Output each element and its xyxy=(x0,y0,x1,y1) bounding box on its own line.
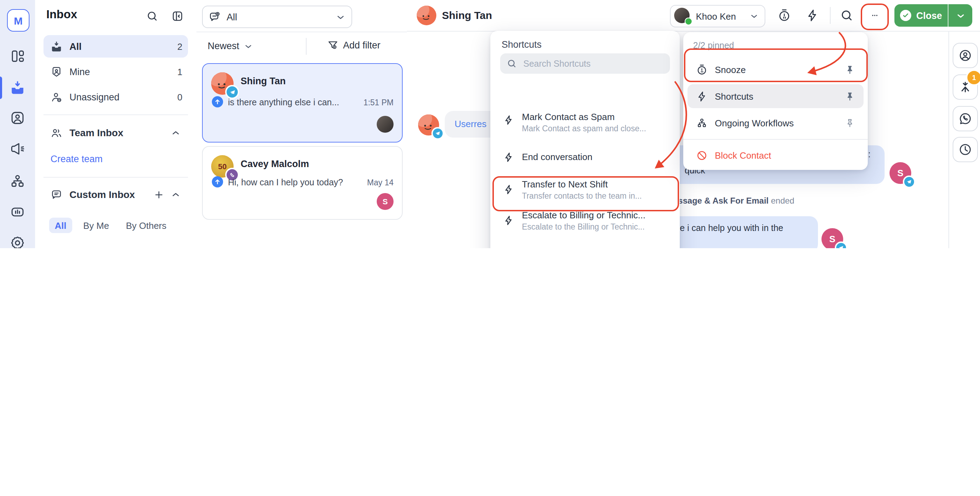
pin-filled-icon[interactable] xyxy=(845,64,855,75)
inbox-icon[interactable] xyxy=(10,80,25,96)
sidebar-item-label: Unassigned xyxy=(70,92,119,102)
contacts-icon[interactable] xyxy=(10,110,25,126)
settings-gear-icon[interactable] xyxy=(10,235,25,248)
shortcuts-search[interactable] xyxy=(500,53,670,74)
menu-item-ongoing-workflows[interactable]: Ongoing Workflows xyxy=(687,111,864,135)
divider xyxy=(683,139,868,140)
bolt-icon xyxy=(503,215,514,226)
sidebar-item-count: 2 xyxy=(178,41,182,52)
chevron-up-icon[interactable] xyxy=(170,128,181,138)
shortcuts-panel: Shortcuts Mark Contact as Spam Mark Cont… xyxy=(490,31,680,248)
pin-outline-icon[interactable] xyxy=(845,118,855,128)
shortcut-item-title-escalate[interactable]: Escalate to Billing or Technic... xyxy=(522,210,645,220)
team-people-icon xyxy=(51,127,62,139)
telegram-badge-icon xyxy=(431,127,444,140)
conversation-preview: is there anything else i can... xyxy=(228,97,347,107)
more-options-icon[interactable] xyxy=(868,12,882,19)
shortcut-item-title[interactable]: Transfer to Next Shift xyxy=(522,179,608,190)
snooze-timer-icon[interactable] xyxy=(777,8,791,22)
chevron-down-icon xyxy=(335,11,346,22)
conversation-item-shing-tan[interactable]: Shing Tan is there anything else i can..… xyxy=(202,63,402,142)
right-nav-rail: 1 xyxy=(948,32,980,248)
shortcut-item-title[interactable]: Mark Contact as Spam xyxy=(522,112,614,122)
incoming-message-link[interactable]: Userres xyxy=(455,119,487,129)
custom-inbox-tabs: All By Me By Others xyxy=(49,218,172,233)
menu-item-snooze[interactable]: Snooze xyxy=(687,57,864,81)
merge-contact-button[interactable]: 1 xyxy=(953,74,978,100)
create-team-link[interactable]: Create team xyxy=(51,154,103,164)
broadcast-icon[interactable] xyxy=(10,141,25,156)
bolt-icon xyxy=(503,115,514,126)
dashboard-icon[interactable] xyxy=(10,48,25,64)
block-icon xyxy=(696,149,708,161)
chevron-up-icon[interactable] xyxy=(170,189,181,200)
search-messages-icon[interactable] xyxy=(840,8,854,22)
assignee-name: Khoo Ken xyxy=(696,11,736,21)
workflows-icon[interactable] xyxy=(10,174,25,189)
snooze-timer-icon xyxy=(696,64,708,75)
custom-inbox-afternoon-shift[interactable]: Afternoon shift xyxy=(43,244,188,248)
pinned-actions-menu: 2/2 pinned Snooze Shortcuts Ongoing Wor xyxy=(683,32,868,170)
conversation-time: May 14 xyxy=(367,178,393,187)
menu-item-shortcuts[interactable]: Shortcuts xyxy=(687,84,864,108)
message-text-fragment: : xyxy=(868,149,870,161)
telegram-badge-icon xyxy=(225,85,239,99)
menu-item-block-contact[interactable]: Block Contact xyxy=(687,143,864,167)
chevron-down-icon xyxy=(749,11,759,21)
shortcut-item-title[interactable]: End conversation xyxy=(522,152,592,162)
channels-icon xyxy=(208,11,221,23)
history-clock-button[interactable] xyxy=(953,137,978,162)
assignee-dropdown[interactable]: Khoo Ken xyxy=(670,5,765,27)
app-window: M S 10 ? xyxy=(0,0,980,248)
telegram-badge-icon xyxy=(903,175,915,188)
tab-by-others[interactable]: By Others xyxy=(120,218,172,233)
collapse-sidebar-icon[interactable] xyxy=(171,10,184,22)
shortcut-item-subtitle: Escalate to the Billing or Technic... xyxy=(522,223,645,231)
shortcut-bolt-icon[interactable] xyxy=(805,8,819,22)
sidebar-item-unassigned[interactable]: Unassigned 0 xyxy=(43,86,188,108)
custom-inbox-header[interactable]: Custom Inbox xyxy=(43,186,188,203)
divider xyxy=(196,32,407,32)
shortcut-item-subtitle: Mark Contact as spam and close... xyxy=(522,124,646,133)
sidebar-item-count: 0 xyxy=(178,92,182,102)
sidebar-item-count: 1 xyxy=(178,66,182,77)
workflow-status-line: Message & Ask For Email ended xyxy=(667,196,794,206)
shortcuts-search-input[interactable] xyxy=(522,58,658,69)
whatsapp-channel-button[interactable] xyxy=(953,106,978,131)
pinned-menu-header: 2/2 pinned xyxy=(693,41,734,51)
channel-filter-select[interactable]: All xyxy=(202,6,352,28)
close-label: Close xyxy=(916,10,942,21)
sidebar-item-all[interactable]: All 2 xyxy=(43,35,188,57)
assignee-avatar xyxy=(377,116,393,133)
active-nav-indicator xyxy=(0,77,2,99)
sidebar-search-icon[interactable] xyxy=(146,10,159,22)
sidebar-item-label: Mine xyxy=(70,66,90,77)
sidebar-item-label: All xyxy=(70,41,82,52)
pin-filled-icon[interactable] xyxy=(845,91,855,102)
reports-icon[interactable] xyxy=(10,204,25,220)
add-filter-button[interactable]: Add filter xyxy=(327,39,380,51)
unassigned-person-icon xyxy=(51,91,62,103)
add-filter-label: Add filter xyxy=(343,40,380,51)
conversation-item-cavey-malcolm[interactable]: 50 Cavey Malcolm Hi, how can I help you … xyxy=(202,146,402,220)
bolt-icon xyxy=(503,184,514,195)
tab-by-me[interactable]: By Me xyxy=(78,218,115,233)
tab-all[interactable]: All xyxy=(49,218,72,233)
contact-details-button[interactable] xyxy=(953,43,978,68)
shortcut-bolt-icon xyxy=(696,90,708,102)
workspace-logo[interactable]: M xyxy=(7,9,29,32)
shortcut-item-subtitle: Transfer contacts to the team in... xyxy=(522,191,642,200)
sort-dropdown[interactable]: Newest xyxy=(208,41,253,51)
contact-avatar xyxy=(417,6,436,25)
workflows-icon xyxy=(696,117,708,129)
add-custom-inbox-icon[interactable] xyxy=(154,189,164,200)
menu-item-label: Shortcuts xyxy=(715,91,753,102)
close-button-main[interactable]: Close xyxy=(894,4,948,27)
team-inbox-header[interactable]: Team Inbox xyxy=(43,124,188,141)
close-conversation-button[interactable]: Close xyxy=(894,4,972,27)
close-button-dropdown[interactable] xyxy=(948,4,972,27)
divider xyxy=(830,7,830,24)
custom-inbox-bubble-icon xyxy=(51,188,62,201)
menu-item-label: Snooze xyxy=(715,64,746,75)
sidebar-item-mine[interactable]: Mine 1 xyxy=(43,61,188,83)
